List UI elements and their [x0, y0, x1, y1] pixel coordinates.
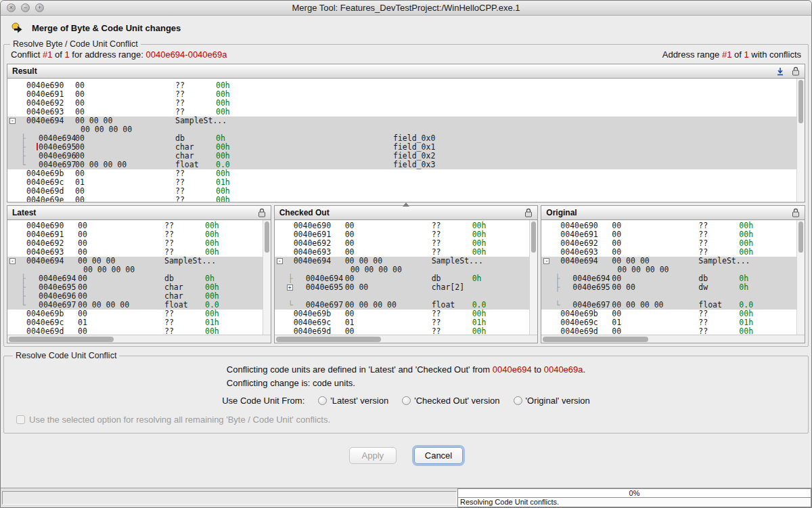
bytes: 01: [78, 318, 164, 327]
tree-line-icon: ├: [555, 283, 560, 292]
radio-checkedout-version[interactable]: 'Checked Out' version: [402, 396, 499, 406]
scrollbar-thumb[interactable]: [798, 221, 803, 253]
listing-row[interactable]: 0040e69000??00h: [7, 81, 796, 90]
conflict-description-line2: Conflicting change is: code units.: [227, 377, 585, 390]
lock-icon[interactable]: [258, 208, 266, 217]
listing-row[interactable]: 0040e69d00??00h: [275, 327, 530, 335]
listing-row[interactable]: 0040e69c01??01h: [7, 178, 796, 187]
operand: [472, 283, 526, 292]
bytes: 00 00 00 00: [345, 301, 432, 310]
minimize-button[interactable]: −: [21, 3, 30, 12]
vertical-scrollbar[interactable]: [263, 220, 271, 335]
listing-row[interactable]: 0040e69300??00h: [7, 108, 796, 117]
scrollbar-thumb[interactable]: [265, 221, 269, 253]
row-gutter: [7, 81, 26, 90]
tree-line-icon: └: [21, 301, 26, 310]
lock-icon[interactable]: [792, 208, 800, 217]
byte-codeunit-conflict-group: Resolve Byte / Code Unit Conflict Confli…: [3, 39, 809, 347]
listing-row[interactable]: -0040e69400 00 00SampleSt...: [7, 257, 263, 266]
row-gutter: [7, 230, 26, 239]
vertical-scrollbar[interactable]: [529, 220, 537, 335]
operand: 0h: [472, 274, 526, 283]
scrollbar-thumb[interactable]: [543, 337, 648, 342]
scrollbar-thumb[interactable]: [276, 337, 381, 342]
operand: 0.0: [216, 161, 393, 169]
checkbox-icon: [16, 415, 25, 424]
row-gutter: [541, 310, 560, 318]
listing-row[interactable]: 0040e69200??00h: [7, 99, 796, 108]
collapse-icon[interactable]: -: [9, 258, 16, 264]
vertical-scrollbar[interactable]: [796, 79, 805, 202]
checkedout-panel-header: Checked Out: [275, 206, 538, 220]
expand-icon[interactable]: +: [287, 284, 293, 291]
row-gutter: [541, 248, 560, 257]
merge-tool-window: { "window": { "title": "Merge Tool: Feat…: [0, 0, 812, 508]
horizontal-scrollbar[interactable]: [275, 335, 538, 343]
listing-row[interactable]: 0040e69d00??00h: [7, 187, 796, 196]
row-gutter: -: [7, 117, 26, 125]
vertical-scrollbar[interactable]: [796, 220, 805, 335]
row-gutter: [7, 239, 26, 248]
download-icon[interactable]: [776, 67, 784, 76]
conflict-range-label: for address range:: [70, 49, 146, 60]
conflict-header-line: Conflict #1 of 1 for address range: 0040…: [7, 49, 805, 64]
operand: 0h: [216, 134, 393, 143]
bytes: 00 00 00 00: [345, 266, 432, 274]
row-gutter: [275, 310, 294, 318]
apply-to-all-checkbox[interactable]: Use the selected option for resolving al…: [16, 415, 803, 425]
conflict-description-line1: Conflicting code units are defined in 'L…: [227, 363, 585, 377]
row-gutter: [275, 318, 294, 327]
row-gutter: [541, 318, 560, 327]
operand: 00h: [216, 99, 393, 108]
listing-row[interactable]: 0040e69d00??00h: [7, 327, 263, 335]
operand: 00h: [216, 81, 393, 90]
conflict-description: Conflicting code units are defined in 'L…: [227, 363, 585, 390]
conflict-address-range: 0040e694-0040e69a: [145, 49, 227, 60]
listing-row[interactable]: 0040e69e00??00h: [7, 196, 796, 202]
horizontal-scrollbar[interactable]: [541, 335, 805, 343]
splitter-arrow-icon[interactable]: [403, 203, 409, 207]
listing-row[interactable]: 0040e69b00??00h: [7, 169, 796, 178]
scrollbar-thumb[interactable]: [9, 337, 114, 342]
original-panel-header: Original: [541, 206, 805, 220]
listing-row[interactable]: +0040e69500 00char[2]: [275, 283, 530, 292]
bytes: 00: [612, 327, 698, 335]
window-controls: × − +: [7, 3, 44, 12]
bytes: 00: [75, 143, 175, 152]
cancel-button[interactable]: Cancel: [414, 447, 463, 464]
collapse-icon[interactable]: -: [277, 258, 283, 264]
original-listing: 0040e69000??00h0040e69100??00h0040e69200…: [541, 220, 805, 335]
range-number: #1: [722, 49, 731, 60]
progress-bar: 0%: [457, 488, 811, 498]
bytes: 00 00 00 00: [75, 161, 175, 169]
operand: [216, 125, 393, 134]
close-button[interactable]: ×: [7, 3, 16, 12]
range-prefix: Address range: [662, 49, 722, 60]
result-panel-title: Result: [12, 66, 769, 76]
to-address: 0040e69a: [544, 364, 583, 375]
listing-row[interactable]: 0040e69d00??00h: [541, 327, 796, 335]
apply-button[interactable]: Apply: [349, 447, 397, 464]
scrollbar-thumb[interactable]: [798, 80, 803, 123]
row-gutter: └: [7, 161, 26, 169]
zoom-button[interactable]: +: [35, 3, 44, 12]
operand: 00h: [216, 143, 393, 152]
listing-row[interactable]: └0040e69700 00 00 00float0.0field_0x3: [7, 161, 796, 169]
desc-mid: to: [532, 364, 544, 375]
lock-icon[interactable]: [792, 66, 800, 76]
row-gutter: [7, 196, 26, 202]
collapse-icon[interactable]: -: [9, 118, 16, 124]
radio-original-version[interactable]: 'Original' version: [514, 396, 590, 406]
listing-row[interactable]: 0040e69100??00h: [7, 90, 796, 99]
scrollbar-thumb[interactable]: [531, 221, 536, 253]
horizontal-scrollbar[interactable]: [7, 335, 271, 343]
radio-icon: [514, 396, 522, 405]
row-gutter: └: [541, 301, 560, 310]
collapse-icon[interactable]: -: [543, 258, 549, 264]
listing-row[interactable]: -0040e69400 00 00SampleSt...: [275, 257, 530, 266]
listing-row[interactable]: ├0040e69500 00dw0h: [541, 283, 796, 292]
conflict-total: 1: [65, 49, 70, 60]
radio-latest-version[interactable]: 'Latest' version: [318, 396, 388, 406]
lock-icon[interactable]: [524, 208, 533, 217]
merge-title: Merge of Byte & Code Unit changes: [32, 23, 181, 33]
